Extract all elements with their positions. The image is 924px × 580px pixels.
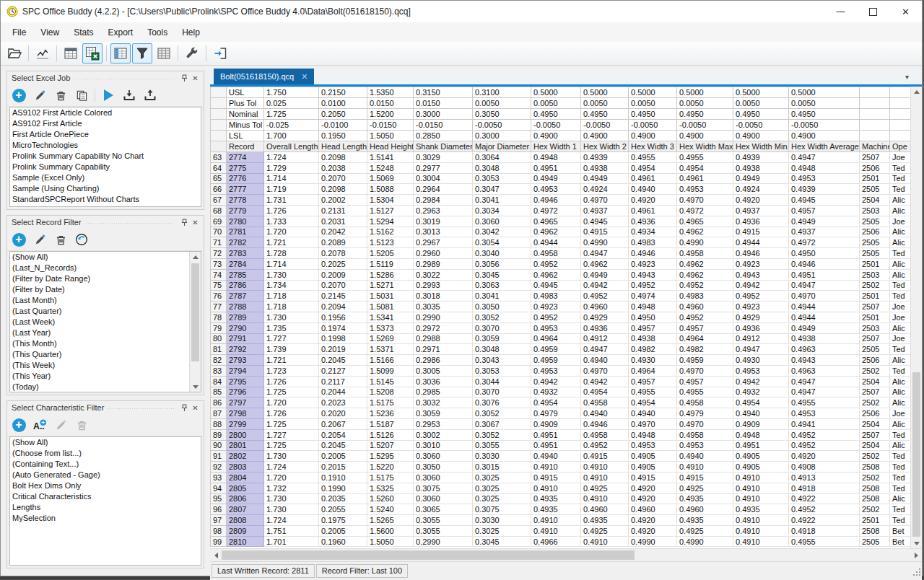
value-cell[interactable]: 0.2098: [319, 184, 367, 195]
value-cell[interactable]: 0.4970: [677, 418, 733, 429]
value-cell[interactable]: 0.4938: [789, 333, 860, 344]
spec-value-cell[interactable]: [890, 109, 913, 120]
value-cell[interactable]: 0.4957: [789, 205, 860, 216]
value-cell[interactable]: 2505: [860, 344, 890, 355]
value-cell[interactable]: 2501: [860, 173, 890, 184]
value-cell[interactable]: 0.3022: [414, 269, 473, 280]
value-cell[interactable]: 0.4952: [789, 440, 860, 451]
value-cell[interactable]: 0.4920: [629, 483, 677, 493]
value-cell[interactable]: 0.4953: [531, 365, 581, 376]
value-cell[interactable]: 0.3047: [473, 184, 531, 195]
value-cell[interactable]: 1.5286: [367, 269, 414, 280]
value-cell[interactable]: 0.4946: [531, 195, 581, 206]
value-cell[interactable]: 0.4909: [733, 418, 789, 429]
value-cell[interactable]: 0.3055: [414, 515, 473, 526]
value-cell[interactable]: Ted: [890, 515, 913, 526]
value-cell[interactable]: Ted: [890, 173, 913, 184]
value-cell[interactable]: 0.2963: [414, 205, 473, 216]
value-cell[interactable]: 0.3040: [473, 248, 531, 259]
value-cell[interactable]: 0.3048: [473, 344, 531, 355]
value-cell[interactable]: 2505: [860, 536, 890, 547]
value-cell[interactable]: 1.725: [264, 387, 319, 397]
value-cell[interactable]: 0.4908: [789, 462, 860, 473]
value-cell[interactable]: 0.4905: [629, 462, 677, 473]
row-number-cell[interactable]: 68: [211, 205, 227, 216]
value-cell[interactable]: 1.5295: [367, 451, 414, 462]
spec-value-cell[interactable]: 0.0050: [629, 98, 677, 109]
value-cell[interactable]: 0.2002: [319, 195, 367, 206]
value-cell[interactable]: 0.1975: [319, 515, 367, 526]
value-cell[interactable]: 0.3052: [473, 312, 531, 322]
value-cell[interactable]: 0.4970: [581, 365, 629, 376]
value-cell[interactable]: 0.4944: [531, 237, 581, 248]
spec-value-cell[interactable]: 0.2150: [319, 87, 367, 98]
list-item[interactable]: (This Week): [10, 360, 201, 371]
value-cell[interactable]: 1.5269: [367, 333, 414, 344]
value-cell[interactable]: 0.4957: [677, 322, 733, 333]
value-cell[interactable]: 0.4939: [733, 152, 789, 163]
value-cell[interactable]: 2504: [860, 195, 890, 206]
value-cell[interactable]: 0.4958: [677, 248, 733, 259]
record-cell[interactable]: 2791: [227, 333, 264, 344]
value-cell[interactable]: 0.4947: [789, 387, 860, 397]
value-cell[interactable]: 0.4960: [581, 504, 629, 515]
list-item[interactable]: (This Year): [10, 371, 201, 382]
record-cell[interactable]: 2785: [227, 269, 264, 280]
value-cell[interactable]: 0.4920: [629, 525, 677, 536]
record-cell[interactable]: 2788: [227, 302, 264, 312]
value-cell[interactable]: 1.721: [264, 237, 319, 248]
row-number-cell[interactable]: 77: [211, 302, 227, 312]
record-cell[interactable]: 2776: [227, 173, 264, 184]
panel-close-icon[interactable]: ✕: [190, 73, 201, 84]
value-cell[interactable]: 0.4940: [581, 408, 629, 419]
value-cell[interactable]: 1.5187: [367, 418, 414, 429]
list-item[interactable]: StandardSPCReport: [10, 205, 201, 207]
column-header-hex-width-max[interactable]: Hex Width Max: [677, 141, 733, 152]
value-cell[interactable]: 0.4957: [629, 376, 677, 387]
spec-value-cell[interactable]: 0.5000: [581, 87, 629, 98]
value-cell[interactable]: 0.4952: [789, 429, 860, 440]
value-cell[interactable]: 1.5236: [367, 408, 414, 419]
value-cell[interactable]: 1.5145: [367, 376, 414, 387]
spec-value-cell[interactable]: 0.0150: [367, 98, 414, 109]
value-cell[interactable]: 0.4972: [677, 205, 733, 216]
record-cell[interactable]: 2784: [227, 258, 264, 269]
value-cell[interactable]: 0.2054: [319, 429, 367, 440]
value-cell[interactable]: 0.4951: [789, 269, 860, 280]
spec-value-cell[interactable]: 0.0100: [319, 98, 367, 109]
list-item[interactable]: (Last_N_Records): [10, 263, 201, 273]
value-cell[interactable]: 2502: [860, 504, 890, 515]
spec-value-cell[interactable]: -0.0150: [414, 120, 473, 131]
spec-value-cell[interactable]: 0.4950: [581, 109, 629, 120]
scrollbar-thumb[interactable]: [222, 550, 635, 560]
value-cell[interactable]: 0.4990: [581, 237, 629, 248]
value-cell[interactable]: 0.3065: [414, 504, 473, 515]
value-cell[interactable]: 0.4955: [789, 536, 860, 547]
value-cell[interactable]: 0.4940: [629, 408, 677, 419]
value-cell[interactable]: 0.4949: [733, 173, 789, 184]
value-cell[interactable]: 1.734: [264, 280, 319, 291]
value-cell[interactable]: 0.4972: [531, 205, 581, 216]
value-cell[interactable]: 1.725: [264, 440, 319, 451]
column-header-hex-width-1[interactable]: Hex Width 1: [531, 141, 581, 152]
spec-value-cell[interactable]: -0.0050: [677, 120, 733, 131]
value-cell[interactable]: 0.3060: [414, 472, 473, 483]
value-cell[interactable]: Bet: [890, 525, 913, 536]
value-cell[interactable]: 0.2015: [319, 462, 367, 473]
value-cell[interactable]: 0.3015: [473, 462, 531, 473]
value-cell[interactable]: 1.732: [264, 483, 319, 493]
value-cell[interactable]: 2504: [860, 418, 890, 429]
value-cell[interactable]: 0.4982: [677, 344, 733, 355]
value-cell[interactable]: Ted: [890, 451, 913, 462]
row-number-cell[interactable]: 92: [211, 462, 227, 473]
value-cell[interactable]: 0.4966: [531, 536, 581, 547]
value-cell[interactable]: 0.3052: [473, 429, 531, 440]
record-cell[interactable]: 2796: [227, 387, 264, 397]
row-number-cell[interactable]: 81: [211, 344, 227, 355]
value-cell[interactable]: 0.3055: [414, 525, 473, 536]
value-cell[interactable]: 0.3055: [473, 440, 531, 451]
value-cell[interactable]: 0.4954: [581, 387, 629, 397]
excel-export-icon[interactable]: [82, 43, 103, 63]
value-cell[interactable]: 0.3025: [473, 472, 531, 483]
record-cell[interactable]: 2783: [227, 248, 264, 259]
